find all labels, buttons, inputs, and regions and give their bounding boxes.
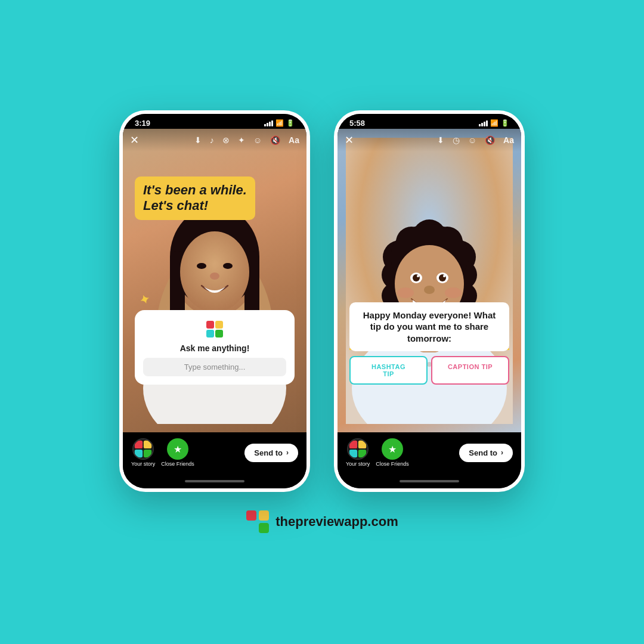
caption-text-1: It's been a while.Let's chat!: [143, 182, 247, 214]
svg-rect-11: [206, 321, 214, 329]
link-icon-1[interactable]: ⊗: [222, 135, 230, 145]
home-bar-2: [400, 480, 459, 482]
download-icon-1[interactable]: ⬇: [194, 135, 202, 145]
signal-icon-2: [479, 120, 488, 126]
your-story-label-2: Your story: [346, 461, 370, 467]
your-story-label-1: Your story: [131, 461, 155, 467]
mute-icon-1[interactable]: 🔇: [270, 135, 280, 145]
your-story-btn-2[interactable]: Your story: [346, 438, 370, 467]
svg-rect-19: [144, 450, 151, 457]
svg-rect-50: [349, 450, 357, 457]
text-icon-2[interactable]: Aa: [503, 135, 514, 145]
ask-title: Ask me anything!: [143, 343, 286, 353]
home-indicator-1: [123, 476, 306, 488]
wifi-icon-1: 📶: [275, 119, 284, 127]
home-bar-1: [185, 480, 244, 482]
poll-option-caption[interactable]: CAPTION TIP: [431, 356, 509, 385]
svg-point-46: [445, 287, 462, 298]
ask-input-placeholder[interactable]: Type something...: [143, 358, 286, 376]
download-icon-2[interactable]: ⬇: [437, 135, 444, 145]
svg-rect-52: [246, 510, 256, 521]
poll-caption-text: Happy Monday everyone! What tip do you w…: [358, 309, 501, 345]
poll-option-hashtag-text: HASHTAGTIP: [371, 363, 405, 377]
status-time-2: 5:58: [349, 119, 365, 128]
bottom-bar-2: Your story ★ Close Friends Send to ›: [338, 432, 521, 476]
brand-website: thepreviewapp.com: [275, 514, 398, 530]
send-to-btn-2[interactable]: Send to ›: [459, 444, 513, 462]
battery-icon-2: 🔋: [501, 119, 509, 127]
close-friends-btn-1[interactable]: ★ Close Friends: [161, 438, 194, 467]
wifi-icon-2: 📶: [490, 119, 499, 127]
sparkle-icon-1[interactable]: ✦: [238, 135, 245, 145]
svg-rect-13: [206, 330, 214, 338]
timer-icon-2[interactable]: ◷: [453, 135, 460, 145]
status-icons-1: 📶 🔋: [264, 119, 295, 127]
svg-rect-14: [215, 330, 223, 338]
music-icon-1[interactable]: ♪: [210, 135, 214, 145]
poll-option-hashtag[interactable]: HASHTAGTIP: [349, 356, 428, 385]
svg-rect-17: [144, 441, 151, 448]
svg-rect-18: [135, 450, 143, 457]
your-story-icon-2: [347, 438, 369, 460]
svg-point-43: [443, 275, 445, 277]
notch-2: [400, 114, 459, 127]
svg-point-9: [210, 273, 219, 280]
mute-icon-2[interactable]: 🔇: [485, 135, 495, 145]
signal-icon-1: [264, 120, 273, 126]
close-friends-icon-1: ★: [167, 438, 188, 460]
story-content-2: ✕ ⬇ ◷ ☺ 🔇 Aa Happy Monday everyone! What…: [338, 129, 521, 432]
svg-point-45: [397, 287, 414, 298]
send-to-btn-1[interactable]: Send to ›: [244, 444, 298, 462]
poll-widget-2: Happy Monday everyone! What tip do you w…: [349, 302, 509, 385]
svg-point-6: [180, 231, 249, 312]
story-photo-2: [338, 129, 521, 432]
status-icons-2: 📶 🔋: [479, 119, 509, 127]
branding-section: thepreviewapp.com: [246, 510, 398, 534]
ask-widget-1[interactable]: Ask me anything! Type something...: [135, 310, 295, 385]
svg-rect-48: [349, 441, 357, 448]
svg-rect-51: [358, 450, 366, 457]
poll-caption-box: Happy Monday everyone! What tip do you w…: [349, 302, 509, 352]
story-toolbar-2: ✕ ⬇ ◷ ☺ 🔇 Aa: [338, 129, 521, 151]
svg-rect-49: [358, 441, 366, 448]
svg-point-44: [424, 286, 435, 294]
story-toolbar-1: ✕ ⬇ ♪ ⊗ ✦ ☺ 🔇 Aa: [123, 129, 306, 151]
svg-rect-12: [215, 321, 223, 329]
svg-rect-55: [259, 523, 269, 533]
home-indicator-2: [338, 476, 521, 488]
poll-options: HASHTAGTIP CAPTION TIP: [349, 356, 509, 385]
ask-logo: [143, 318, 286, 340]
text-icon-1[interactable]: Aa: [289, 135, 299, 145]
send-to-text-1: Send to: [254, 448, 283, 457]
status-time-1: 3:19: [135, 119, 150, 128]
story-photo-1: [123, 129, 306, 432]
close-icon-2[interactable]: ✕: [345, 134, 354, 147]
svg-point-7: [197, 263, 206, 269]
your-story-icon-1: [132, 438, 154, 460]
svg-rect-53: [259, 510, 269, 521]
svg-rect-54: [246, 523, 256, 533]
face-icon-1[interactable]: ☺: [253, 135, 262, 145]
your-story-btn-1[interactable]: Your story: [131, 438, 155, 467]
poll-option-caption-text: CAPTION TIP: [448, 363, 493, 370]
phone-2: 5:58 📶 🔋: [334, 110, 525, 492]
face-icon-2[interactable]: ☺: [468, 135, 476, 145]
phones-container: 3:19 📶 🔋: [119, 110, 525, 492]
close-friends-btn-2[interactable]: ★ Close Friends: [376, 438, 409, 467]
caption-sticker-1[interactable]: It's been a while.Let's chat!: [135, 177, 255, 220]
battery-icon-1: 🔋: [286, 119, 295, 127]
send-chevron-2: ›: [501, 448, 503, 457]
send-chevron-1: ›: [286, 448, 289, 457]
toolbar-icons-1: ⬇ ♪ ⊗ ✦ ☺ 🔇 Aa: [194, 135, 299, 145]
toolbar-icons-2: ⬇ ◷ ☺ 🔇 Aa: [437, 135, 514, 145]
close-friends-label-2: Close Friends: [376, 461, 409, 467]
send-to-text-2: Send to: [469, 448, 497, 457]
svg-point-8: [223, 263, 233, 269]
svg-rect-16: [135, 441, 143, 448]
brand-logo: [246, 510, 270, 534]
notch-1: [185, 114, 244, 127]
close-icon-1[interactable]: ✕: [130, 134, 139, 147]
svg-point-42: [417, 275, 419, 277]
phone-1: 3:19 📶 🔋: [119, 110, 310, 492]
close-friends-icon-2: ★: [382, 438, 403, 460]
